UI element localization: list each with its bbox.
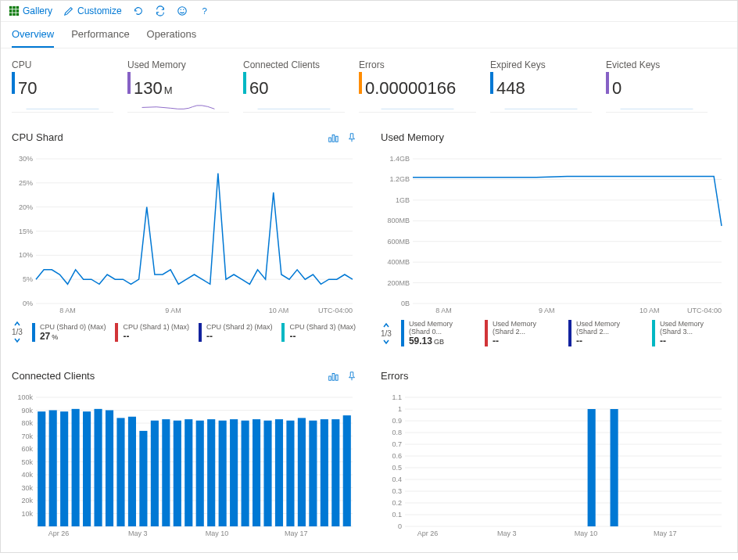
svg-text:0.1: 0.1: [392, 511, 402, 519]
svg-text:5%: 5%: [23, 275, 33, 283]
svg-rect-100: [286, 421, 294, 526]
refresh-icon: [133, 5, 144, 16]
svg-rect-86: [128, 417, 136, 526]
gallery-button[interactable]: Gallery: [9, 5, 52, 16]
legend-value: --: [289, 331, 356, 342]
bar-chart-icon[interactable]: [328, 132, 339, 143]
help-icon: ?: [199, 5, 210, 16]
metric-value: 448: [496, 78, 525, 99]
metric-memory[interactable]: Used Memory 130 M: [127, 59, 229, 113]
legend-unit: %: [52, 333, 58, 341]
metric-cpu[interactable]: CPU 70: [12, 59, 113, 113]
pin-icon[interactable]: [346, 371, 357, 382]
svg-text:May 10: May 10: [575, 529, 598, 537]
svg-rect-6: [9, 13, 13, 16]
svg-text:60k: 60k: [21, 445, 33, 453]
legend-pager: 1/3: [12, 320, 23, 344]
legend-item[interactable]: Used Memory (Shard 2... --: [485, 320, 559, 346]
metrics-row: CPU 70 Used Memory 130 M Connected Clien…: [1, 48, 737, 124]
legend-item[interactable]: Used Memory (Shard 3... --: [652, 320, 726, 346]
svg-text:0: 0: [398, 522, 402, 530]
svg-text:10 AM: 10 AM: [269, 307, 289, 314]
svg-text:800MB: 800MB: [387, 217, 410, 224]
svg-rect-80: [60, 411, 68, 526]
svg-rect-94: [219, 421, 227, 526]
svg-text:Apr 26: Apr 26: [48, 529, 70, 537]
metric-evicted[interactable]: Evicted Keys 0: [606, 59, 708, 113]
legend-item[interactable]: CPU (Shard 0) (Max) 27%: [32, 323, 106, 342]
charts-grid: CPU Shard 0%5%10%15%20%25%30%8 AM9 AM10 …: [1, 124, 737, 552]
svg-text:600MB: 600MB: [387, 238, 410, 246]
chart-title: Errors: [381, 370, 408, 382]
chart-canvas[interactable]: 0%5%10%15%20%25%30%8 AM9 AM10 AMUTC-04:0…: [12, 151, 357, 315]
svg-rect-93: [207, 419, 215, 526]
chart-canvas[interactable]: 0B200MB400MB600MB800MB1GB1.2GB1.4GB8 AM9…: [381, 151, 726, 315]
legend-item[interactable]: Used Memory (Shard 0... 59.13GB: [401, 320, 475, 346]
tab-performance[interactable]: Performance: [71, 22, 129, 48]
svg-rect-8: [16, 13, 20, 16]
svg-rect-103: [321, 419, 328, 526]
chart-canvas[interactable]: 10k20k30k40k50k60k70k80k90k100kApr 26May…: [12, 389, 357, 538]
svg-text:40k: 40k: [21, 471, 33, 479]
sparkline: [606, 102, 708, 113]
pin-icon[interactable]: [346, 132, 357, 143]
svg-rect-99: [275, 419, 283, 526]
svg-rect-7: [13, 13, 16, 16]
metric-value: 130: [134, 78, 163, 99]
svg-text:0%: 0%: [23, 300, 33, 307]
sparkline: [12, 102, 113, 113]
svg-text:1.2GB: 1.2GB: [389, 175, 410, 183]
legend-value: --: [123, 331, 189, 342]
svg-rect-83: [94, 409, 102, 526]
svg-text:10 AM: 10 AM: [639, 307, 660, 314]
svg-text:UTC-04:00: UTC-04:00: [318, 307, 353, 314]
pencil-icon: [63, 5, 74, 16]
tab-overview[interactable]: Overview: [12, 22, 54, 48]
legend-item[interactable]: CPU (Shard 3) (Max) --: [281, 323, 356, 342]
svg-text:Apr 26: Apr 26: [417, 529, 439, 537]
svg-rect-97: [253, 419, 260, 526]
feedback-button[interactable]: [177, 5, 188, 16]
svg-text:0B: 0B: [401, 300, 410, 307]
metric-label: CPU: [12, 59, 113, 70]
legend-value: --: [493, 336, 559, 346]
svg-rect-104: [331, 419, 339, 526]
refresh-button[interactable]: [133, 5, 144, 16]
help-button[interactable]: ?: [199, 5, 210, 16]
legend-name: CPU (Shard 3) (Max): [289, 323, 356, 331]
tab-operations[interactable]: Operations: [147, 22, 197, 48]
svg-text:200MB: 200MB: [387, 279, 410, 287]
legend-item[interactable]: CPU (Shard 2) (Max) --: [199, 323, 273, 342]
legend-value: 27: [40, 331, 50, 342]
svg-rect-78: [38, 411, 45, 526]
legend-item[interactable]: Used Memory (Shard 2... --: [568, 320, 643, 346]
auto-refresh-button[interactable]: [155, 5, 166, 16]
svg-text:9 AM: 9 AM: [165, 307, 181, 314]
svg-rect-81: [72, 409, 80, 526]
svg-text:25%: 25%: [19, 179, 33, 187]
svg-text:1.1: 1.1: [392, 393, 402, 401]
metric-label: Used Memory: [127, 59, 229, 70]
chart-errors: Errors 00.10.20.30.40.50.60.70.80.911.1A…: [381, 370, 726, 538]
customize-button[interactable]: Customize: [63, 5, 122, 16]
metric-clients[interactable]: Connected Clients 60: [243, 59, 345, 113]
svg-rect-4: [13, 9, 16, 13]
bar-chart-icon[interactable]: [328, 371, 339, 382]
metric-expired[interactable]: Expired Keys 448: [490, 59, 592, 113]
chevron-down-icon[interactable]: [13, 336, 21, 344]
svg-text:0.5: 0.5: [392, 464, 402, 472]
chevron-up-icon[interactable]: [13, 320, 21, 328]
chevron-down-icon[interactable]: [382, 338, 390, 346]
svg-text:1.4GB: 1.4GB: [389, 155, 410, 163]
svg-text:May 17: May 17: [285, 529, 308, 537]
svg-rect-82: [83, 411, 91, 526]
chart-canvas[interactable]: 00.10.20.30.40.50.60.70.80.911.1Apr 26Ma…: [381, 389, 726, 538]
svg-rect-0: [9, 6, 13, 9]
legend-value: 59.13: [409, 336, 432, 346]
chevron-up-icon[interactable]: [382, 321, 390, 329]
legend-item[interactable]: CPU (Shard 1) (Max) --: [115, 323, 189, 342]
svg-text:30k: 30k: [21, 484, 33, 492]
svg-text:20%: 20%: [19, 203, 33, 211]
svg-rect-84: [106, 411, 113, 527]
metric-errors[interactable]: Errors 0.00000166: [359, 59, 476, 113]
